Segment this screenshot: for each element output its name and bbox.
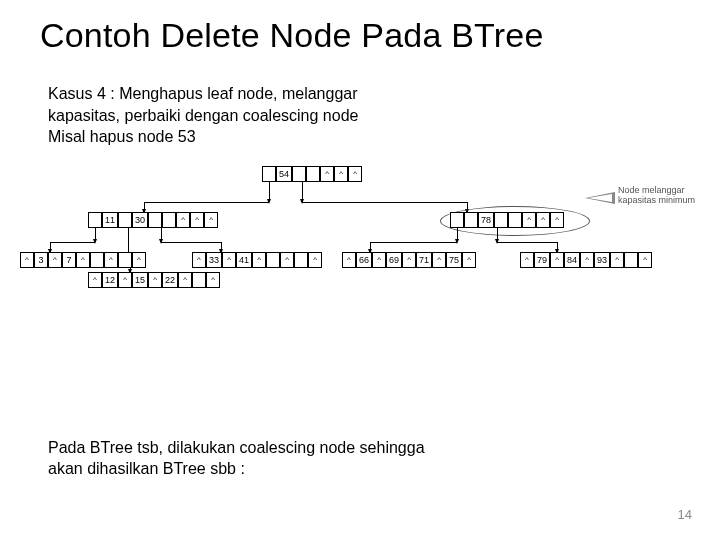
tree-edge xyxy=(95,228,96,242)
cell: ^ xyxy=(192,252,206,268)
cell xyxy=(266,252,280,268)
desc-line: Kasus 4 : Menghapus leaf node, melanggar xyxy=(48,83,720,105)
leaf-node: ^ 66 ^ 69 ^ 71 ^ 75 ^ xyxy=(342,252,476,268)
cell: ^ xyxy=(104,252,118,268)
annotation-line: kapasitas minimum xyxy=(618,196,695,206)
tree-edge xyxy=(497,228,498,242)
btree-diagram: 54 ^ ^ ^ 11 30 ^ ^ ^ 78 ^ ^ ^ Node mela xyxy=(0,166,720,366)
cell: ^ xyxy=(372,252,386,268)
cell: ^ xyxy=(280,252,294,268)
tree-edge xyxy=(144,202,145,212)
cell: ^ xyxy=(402,252,416,268)
cell: ^ xyxy=(206,272,220,288)
cell xyxy=(118,212,132,228)
cell: ^ xyxy=(432,252,446,268)
cell xyxy=(262,166,276,182)
cell: 12 xyxy=(102,272,118,288)
cell: ^ xyxy=(342,252,356,268)
cell: 15 xyxy=(132,272,148,288)
cell: ^ xyxy=(522,212,536,228)
leaf-node: ^ 33 ^ 41 ^ ^ ^ xyxy=(192,252,322,268)
cell: ^ xyxy=(638,252,652,268)
cell: ^ xyxy=(320,166,334,182)
cell: ^ xyxy=(118,272,132,288)
cell: ^ xyxy=(520,252,534,268)
cell: 11 xyxy=(102,212,118,228)
cell: ^ xyxy=(176,212,190,228)
cell: ^ xyxy=(132,252,146,268)
cell: ^ xyxy=(88,272,102,288)
tree-edge xyxy=(50,242,95,243)
cell xyxy=(162,212,176,228)
tree-edge xyxy=(144,202,269,203)
cell: 79 xyxy=(534,252,550,268)
cell xyxy=(88,212,102,228)
cell xyxy=(624,252,638,268)
cell: ^ xyxy=(462,252,476,268)
internal-node-right: 78 ^ ^ ^ xyxy=(450,212,564,228)
cell: ^ xyxy=(348,166,362,182)
cell: 78 xyxy=(478,212,494,228)
leaf-node: ^ 3 ^ 7 ^ ^ ^ xyxy=(20,252,146,268)
cell: ^ xyxy=(222,252,236,268)
cell: ^ xyxy=(580,252,594,268)
footer-line: Pada BTree tsb, dilakukan coalescing nod… xyxy=(48,437,425,459)
tree-edge xyxy=(302,202,467,203)
slide-title: Contoh Delete Node Pada BTree xyxy=(0,0,720,55)
cell: 54 xyxy=(276,166,292,182)
cell: ^ xyxy=(48,252,62,268)
desc-line: Misal hapus node 53 xyxy=(48,126,720,148)
tree-edge xyxy=(370,242,371,252)
cell xyxy=(494,212,508,228)
cell: 66 xyxy=(356,252,372,268)
annotation-text: Node melanggar kapasitas minimum xyxy=(618,186,695,206)
tree-edge xyxy=(50,242,51,252)
tree-edge xyxy=(302,182,303,202)
cell: 71 xyxy=(416,252,432,268)
tree-edge xyxy=(221,242,222,252)
cell: 3 xyxy=(34,252,48,268)
cell: ^ xyxy=(148,272,162,288)
cell xyxy=(450,212,464,228)
cell: ^ xyxy=(76,252,90,268)
cell: 22 xyxy=(162,272,178,288)
cell: 84 xyxy=(564,252,580,268)
cell: ^ xyxy=(308,252,322,268)
cell: 93 xyxy=(594,252,610,268)
cell: 75 xyxy=(446,252,462,268)
page-number: 14 xyxy=(678,507,692,522)
internal-node-left: 11 30 ^ ^ ^ xyxy=(88,212,218,228)
cell xyxy=(90,252,104,268)
cell: ^ xyxy=(20,252,34,268)
tree-edge xyxy=(557,242,558,252)
footer-line: akan dihasilkan BTree sbb : xyxy=(48,458,425,480)
desc-line: kapasitas, perbaiki dengan coalescing no… xyxy=(48,105,720,127)
cell xyxy=(192,272,206,288)
cell: 30 xyxy=(132,212,148,228)
cell xyxy=(508,212,522,228)
tree-edge xyxy=(457,228,458,242)
tree-edge xyxy=(497,242,557,243)
cell xyxy=(294,252,308,268)
tree-edge xyxy=(161,242,221,243)
tree-edge xyxy=(370,242,457,243)
cell: ^ xyxy=(334,166,348,182)
cell: ^ xyxy=(550,252,564,268)
cell: ^ xyxy=(204,212,218,228)
cell: ^ xyxy=(550,212,564,228)
cell: ^ xyxy=(536,212,550,228)
footer-description: Pada BTree tsb, dilakukan coalescing nod… xyxy=(0,437,425,480)
leaf-node: ^ 79 ^ 84 ^ 93 ^ ^ xyxy=(520,252,652,268)
case-description: Kasus 4 : Menghapus leaf node, melanggar… xyxy=(0,55,720,148)
leaf-node: ^ 12 ^ 15 ^ 22 ^ ^ xyxy=(88,272,220,288)
cell: ^ xyxy=(178,272,192,288)
cell xyxy=(118,252,132,268)
root-node: 54 ^ ^ ^ xyxy=(262,166,362,182)
cell: ^ xyxy=(252,252,266,268)
annotation-arrow-icon xyxy=(585,192,615,204)
cell: 7 xyxy=(62,252,76,268)
cell: 41 xyxy=(236,252,252,268)
cell xyxy=(306,166,320,182)
tree-edge xyxy=(269,182,270,202)
cell: ^ xyxy=(190,212,204,228)
